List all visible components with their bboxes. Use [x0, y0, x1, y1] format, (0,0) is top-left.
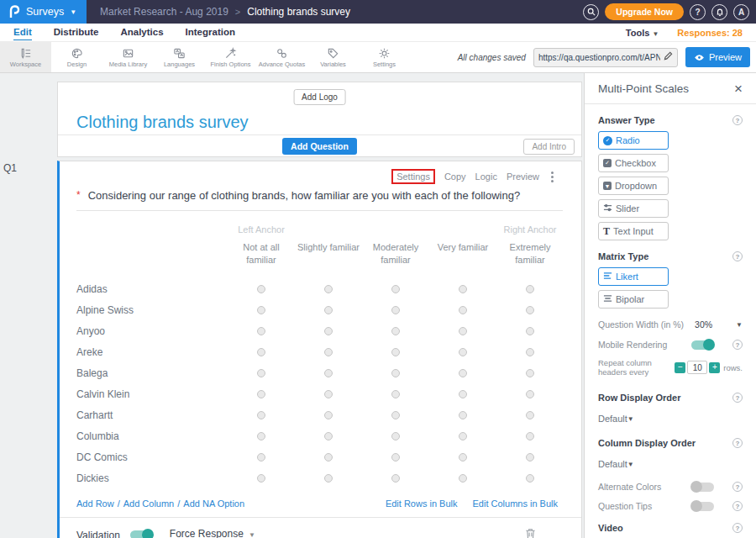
survey-title[interactable]: Clothing brands survey [76, 113, 249, 132]
radio-button[interactable] [257, 306, 265, 314]
repeat-headers-value[interactable]: 10 [687, 361, 707, 374]
radio-button[interactable] [324, 327, 333, 335]
radio-button[interactable] [257, 474, 265, 483]
answer-type-radio[interactable]: ✓Radio [598, 131, 669, 150]
help-icon[interactable]: ? [732, 393, 743, 403]
radio-button[interactable] [324, 306, 333, 314]
radio-button[interactable] [391, 369, 400, 377]
radio-button[interactable] [459, 348, 467, 356]
edit-url-button[interactable] [664, 51, 673, 63]
radio-button[interactable] [391, 390, 400, 398]
answer-type-checkbox[interactable]: ✓Checkbox [598, 154, 669, 172]
radio-button[interactable] [526, 327, 534, 335]
radio-button[interactable] [526, 348, 534, 356]
validation-toggle[interactable] [130, 530, 153, 538]
question-tips-toggle[interactable] [691, 502, 714, 511]
radio-button[interactable] [257, 390, 265, 398]
answer-type-slider[interactable]: Slider [598, 199, 669, 218]
radio-button[interactable] [324, 285, 333, 293]
help-button[interactable]: ? [690, 4, 706, 20]
alternate-colors-toggle[interactable] [691, 483, 714, 492]
account-button[interactable]: A [733, 4, 749, 20]
radio-button[interactable] [459, 285, 467, 293]
radio-button[interactable] [324, 453, 333, 462]
radio-button[interactable] [324, 348, 333, 356]
preview-button[interactable]: Preview [685, 47, 750, 67]
radio-button[interactable] [391, 453, 400, 462]
toolbar-item-advance-quotas[interactable]: Advance Quotas [256, 42, 307, 72]
add-column-link[interactable]: Add Column [123, 498, 175, 509]
upgrade-now-button[interactable]: Upgrade Now [605, 3, 684, 20]
radio-button[interactable] [459, 369, 467, 377]
radio-button[interactable] [391, 432, 400, 440]
question-width-value[interactable]: 30% [695, 319, 712, 330]
radio-button[interactable] [526, 369, 534, 377]
toolbar-item-settings[interactable]: Settings [359, 42, 410, 72]
increment-button[interactable]: + [709, 362, 720, 373]
radio-button[interactable] [391, 327, 400, 335]
radio-button[interactable] [459, 453, 467, 462]
radio-button[interactable] [257, 411, 265, 419]
add-logo-button[interactable]: Add Logo [293, 89, 346, 105]
add-na-option-link[interactable]: Add NA Option [183, 498, 244, 509]
close-icon[interactable]: × [734, 82, 743, 96]
search-button[interactable] [583, 4, 599, 20]
row-display-order-select[interactable]: Default▼ [598, 414, 743, 424]
radio-button[interactable] [526, 411, 534, 419]
surveys-menu[interactable]: Surveys ▼ [0, 0, 87, 24]
radio-button[interactable] [391, 474, 400, 483]
question-text[interactable]: Considering our range of clothing brands… [88, 189, 521, 202]
radio-button[interactable] [526, 390, 534, 398]
radio-button[interactable] [459, 411, 467, 419]
radio-button[interactable] [459, 432, 467, 440]
responses-count[interactable]: Responses: 28 [677, 28, 743, 38]
radio-button[interactable] [391, 411, 400, 419]
notifications-button[interactable] [711, 4, 727, 20]
validation-type-dropdown[interactable]: Force Response▼ [170, 528, 255, 538]
radio-button[interactable] [257, 432, 265, 440]
toolbar-item-workspace[interactable]: Workspace [0, 42, 51, 72]
delete-question-button[interactable] [525, 528, 536, 538]
answer-type-text-input[interactable]: TText Input [598, 222, 669, 240]
tools-menu[interactable]: Tools ▼ [626, 28, 659, 38]
toolbar-item-finish-options[interactable]: Finish Options [205, 42, 256, 72]
radio-button[interactable] [391, 285, 400, 293]
radio-button[interactable] [257, 369, 265, 377]
toolbar-item-languages[interactable]: Languages [154, 42, 205, 72]
radio-button[interactable] [459, 306, 467, 314]
radio-button[interactable] [257, 453, 265, 462]
question-action-logic[interactable]: Logic [475, 171, 497, 182]
tab-edit[interactable]: Edit [13, 25, 32, 40]
radio-button[interactable] [391, 306, 400, 314]
radio-button[interactable] [526, 432, 534, 440]
radio-button[interactable] [526, 474, 534, 483]
radio-button[interactable] [459, 474, 467, 483]
breadcrumb-folder[interactable]: Market Research - Aug 2019 [100, 6, 228, 18]
add-intro-button[interactable]: Add Intro [523, 139, 575, 155]
radio-button[interactable] [526, 306, 534, 314]
matrix-type-bipolar[interactable]: Bipolar [598, 290, 669, 309]
radio-button[interactable] [526, 453, 534, 462]
radio-button[interactable] [324, 432, 333, 440]
survey-url-field[interactable]: https://qa.questionpro.com/t/APNrFZfQ [533, 48, 678, 67]
toolbar-item-design[interactable]: Design [51, 42, 102, 72]
radio-button[interactable] [324, 369, 333, 377]
question-action-settings[interactable]: Settings [391, 169, 435, 184]
add-question-button[interactable]: Add Question [282, 138, 357, 155]
add-row-link[interactable]: Add Row [76, 498, 114, 509]
answer-type-dropdown[interactable]: ▼Dropdown [598, 177, 669, 195]
tab-distribute[interactable]: Distribute [54, 25, 99, 40]
radio-button[interactable] [324, 390, 333, 398]
help-icon[interactable]: ? [732, 340, 743, 350]
radio-button[interactable] [257, 327, 265, 335]
radio-button[interactable] [257, 348, 265, 356]
tab-analytics[interactable]: Analytics [120, 25, 163, 40]
more-options-icon[interactable] [549, 171, 556, 182]
decrement-button[interactable]: − [675, 362, 685, 373]
question-action-copy[interactable]: Copy [444, 171, 466, 182]
column-display-order-select[interactable]: Default▼ [598, 459, 743, 469]
radio-button[interactable] [526, 285, 534, 293]
matrix-type-likert[interactable]: Likert [598, 267, 669, 286]
radio-button[interactable] [324, 411, 333, 419]
help-icon[interactable]: ? [732, 501, 743, 511]
